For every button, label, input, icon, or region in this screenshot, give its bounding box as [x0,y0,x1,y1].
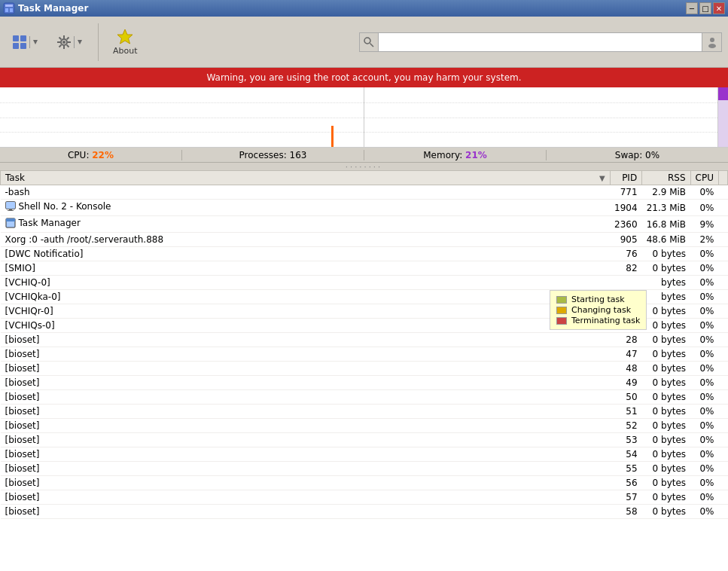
table-row[interactable]: [bioset]540 bytes0% [1,447,728,462]
memory-stat: Memory: 21% [364,150,547,160]
col-header-rss[interactable]: RSS [642,171,690,185]
cell-scroll [719,347,728,362]
cell-rss: bytes [642,290,690,304]
cell-cpu: 0% [690,200,718,216]
mem-level [718,87,728,100]
table-row[interactable]: [bioset]480 bytes0% [1,362,728,376]
cell-scroll [719,233,728,247]
svg-marker-8 [33,40,38,44]
processes-button[interactable] [6,30,44,54]
col-header-task[interactable]: Task ▼ [1,171,611,185]
search-icon [363,36,375,48]
mem-graph-line-1 [364,102,728,103]
memory-value: 21% [465,150,487,160]
cell-scroll [719,390,728,405]
starting-label: Starting task [571,295,625,304]
table-row[interactable]: [bioset]500 bytes0% [1,390,728,405]
cell-pid: 54 [610,447,642,462]
cpu-stat: CPU: 22% [0,150,182,160]
table-row[interactable]: [VCHIQ-0]bytes0% [1,276,728,290]
cell-cpu: 0% [690,247,718,261]
svg-point-21 [364,38,370,44]
cell-pid: 53 [610,433,642,447]
table-row[interactable]: [SMIO]820 bytes0% [1,261,728,276]
cell-task: [bioset] [1,490,611,505]
minimize-button[interactable]: − [686,2,698,14]
cell-task: [bioset] [1,433,611,447]
table-row[interactable]: [bioset]470 bytes0% [1,347,728,362]
cell-task: [bioset] [1,362,611,376]
cell-scroll [719,290,728,304]
cell-pid: 49 [610,376,642,390]
table-row[interactable]: [bioset]520 bytes0% [1,419,728,433]
cell-cpu: 0% [690,390,718,405]
title-bar: Task Manager − □ ✕ [0,0,728,17]
svg-rect-5 [20,35,26,41]
table-row[interactable]: [bioset]490 bytes0% [1,376,728,390]
col-header-cpu[interactable]: CPU [690,171,718,185]
cell-scroll [719,319,728,333]
settings-button[interactable] [50,30,89,54]
cell-pid: 55 [610,462,642,476]
svg-line-15 [59,37,62,39]
cell-rss: 2.9 MiB [642,185,690,200]
search-input[interactable] [379,32,702,52]
cell-task: [bioset] [1,447,611,462]
maximize-button[interactable]: □ [699,2,711,14]
table-row[interactable]: [bioset]280 bytes0% [1,333,728,347]
cell-rss: 0 bytes [642,476,690,490]
cell-task: [bioset] [1,505,611,519]
changing-label: Changing task [571,305,631,315]
cell-rss: 0 bytes [642,433,690,447]
graph-line-1 [0,102,364,103]
svg-rect-28 [8,210,14,211]
cell-rss: 0 bytes [642,347,690,362]
table-row[interactable]: -bash7712.9 MiB0% [1,185,728,200]
process-table-container[interactable]: Task ▼ PID RSS CPU -bash7712.9 MiB0% [0,170,728,571]
cell-pid: 905 [610,233,642,247]
window-title: Task Manager [18,3,88,14]
cell-task: [bioset] [1,390,611,405]
settings-dropdown-icon [76,34,84,50]
table-row[interactable]: Task Manager 236016.8 MiB9% [1,216,728,233]
cell-pid [610,276,642,290]
cell-pid: 82 [610,261,642,276]
table-row[interactable]: [bioset]530 bytes0% [1,433,728,447]
cell-pid: 50 [610,390,642,405]
cpu-graph [0,87,364,147]
table-row[interactable]: [DWC Notificatio]760 bytes0% [1,247,728,261]
pane-separator[interactable]: ········ [0,163,728,170]
close-button[interactable]: ✕ [713,2,725,14]
cell-scroll [719,505,728,519]
cell-scroll [719,433,728,447]
table-row[interactable]: [bioset]560 bytes0% [1,476,728,490]
table-row[interactable]: [bioset]570 bytes0% [1,490,728,505]
about-button[interactable]: About [108,24,143,60]
task-sort-arrow[interactable]: ▼ [599,174,605,182]
svg-line-16 [67,44,69,47]
svg-rect-30 [6,218,15,221]
svg-marker-20 [117,29,133,44]
window-controls: − □ ✕ [686,2,725,14]
svg-rect-3 [10,8,13,12]
search-clear-button[interactable] [702,32,722,52]
memory-graph-lines [364,87,728,147]
cell-scroll [719,376,728,390]
cell-cpu: 0% [690,362,718,376]
table-row[interactable]: [bioset]550 bytes0% [1,462,728,476]
svg-point-23 [710,38,714,42]
table-row[interactable]: Xorg :0 -auth /root/.serverauth.88890548… [1,233,728,247]
cell-rss: 48.6 MiB [642,233,690,247]
table-row[interactable]: [bioset]580 bytes0% [1,505,728,519]
cell-scroll [719,185,728,200]
col-header-pid[interactable]: PID [610,171,642,185]
table-row[interactable]: [bioset]510 bytes0% [1,405,728,419]
mem-scroll [717,87,728,147]
app-icon [3,2,15,14]
table-row[interactable]: Shell No. 2 - Konsole 190421.3 MiB0% [1,200,728,216]
processes-dropdown-icon [32,34,39,50]
swap-value: 0% [645,150,659,160]
title-bar-left: Task Manager [3,2,88,14]
search-icon-btn[interactable] [359,32,379,52]
svg-rect-2 [5,8,8,12]
